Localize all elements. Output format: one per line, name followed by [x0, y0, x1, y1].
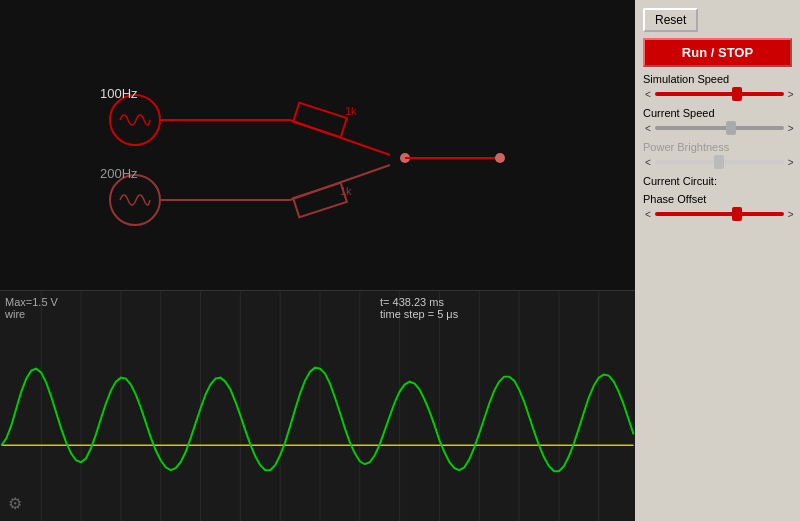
osc-time-info: t= 438.23 ms time step = 5 μs	[380, 296, 458, 320]
simulation-speed-label: Simulation Speed	[643, 73, 792, 85]
svg-text:1k: 1k	[340, 185, 352, 197]
power-brightness-left-arrow[interactable]: <	[643, 157, 653, 168]
svg-rect-16	[1, 291, 633, 521]
current-circuit-row: Current Circuit:	[643, 175, 792, 187]
phase-offset-right-arrow[interactable]: >	[786, 209, 796, 220]
osc-max-label: Max=1.5 V	[5, 296, 58, 308]
current-speed-slider[interactable]	[655, 121, 784, 135]
svg-point-15	[495, 153, 505, 163]
svg-text:200Hz: 200Hz	[100, 166, 138, 181]
simulation-speed-control: Simulation Speed < >	[643, 73, 792, 101]
phase-offset-slider[interactable]	[655, 207, 784, 221]
oscilloscope[interactable]: Max=1.5 V wire t= 438.23 ms time step = …	[0, 290, 635, 521]
svg-rect-0	[0, 0, 635, 290]
simulation-speed-left-arrow[interactable]: <	[643, 89, 653, 100]
osc-wire-label: wire	[5, 308, 58, 320]
right-panel: Reset Run / STOP Simulation Speed < > Cu…	[635, 0, 800, 521]
current-circuit-label: Current Circuit:	[643, 175, 792, 187]
svg-text:100Hz: 100Hz	[100, 86, 138, 101]
svg-text:1k: 1k	[345, 105, 357, 117]
gear-icon[interactable]: ⚙	[8, 494, 22, 513]
circuit-canvas[interactable]: 100Hz 200Hz 1k 1k	[0, 0, 635, 290]
run-stop-button[interactable]: Run / STOP	[643, 38, 792, 67]
current-speed-label: Current Speed	[643, 107, 792, 119]
phase-offset-left-arrow[interactable]: <	[643, 209, 653, 220]
osc-info: Max=1.5 V wire	[5, 296, 58, 320]
power-brightness-label: Power Brightness	[643, 141, 792, 153]
current-speed-left-arrow[interactable]: <	[643, 123, 653, 134]
phase-offset-control: Phase Offset < >	[643, 193, 792, 221]
simulation-speed-slider[interactable]	[655, 87, 784, 101]
power-brightness-control: Power Brightness < >	[643, 141, 792, 169]
power-brightness-slider[interactable]	[655, 155, 784, 169]
osc-time-label: t= 438.23 ms	[380, 296, 458, 308]
simulation-speed-right-arrow[interactable]: >	[786, 89, 796, 100]
osc-timestep-label: time step = 5 μs	[380, 308, 458, 320]
power-brightness-right-arrow[interactable]: >	[786, 157, 796, 168]
current-speed-right-arrow[interactable]: >	[786, 123, 796, 134]
reset-button[interactable]: Reset	[643, 8, 698, 32]
current-speed-control: Current Speed < >	[643, 107, 792, 135]
simulation-area: 100Hz 200Hz 1k 1k	[0, 0, 635, 521]
phase-offset-label: Phase Offset	[643, 193, 792, 205]
